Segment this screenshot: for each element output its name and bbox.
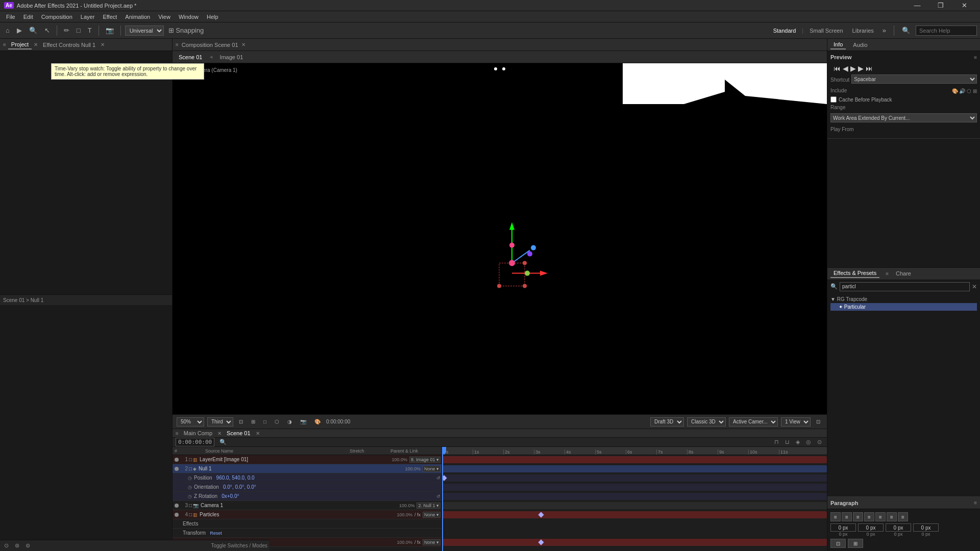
prop-reset-2[interactable]: ↺ xyxy=(436,494,440,499)
titlebar-controls[interactable]: — ❐ ✕ xyxy=(905,0,976,11)
search-button[interactable]: 🔍 xyxy=(27,25,40,36)
align-right-btn[interactable]: ≡ xyxy=(853,512,863,521)
panel-menu-icon[interactable]: ≡ xyxy=(3,42,6,47)
workspace-standard[interactable]: Standard xyxy=(770,27,799,35)
layer-row-3[interactable]: 3 □ 📷 Camera 1 100.0% 2. Null 1 ▾ xyxy=(173,501,442,510)
panel-close-icon[interactable]: ✕ xyxy=(34,42,38,47)
universal-select[interactable]: Universal xyxy=(125,26,164,36)
maximize-button[interactable]: ❐ xyxy=(929,0,952,11)
comp-viewport[interactable]: Active Camera (Camera 1) xyxy=(173,63,827,414)
layer-effects-4[interactable]: Effects xyxy=(173,519,442,529)
view-mode-select[interactable]: Third Full xyxy=(207,417,233,427)
layer-prop-position[interactable]: ◷ Position 960.0, 540.0, 0.0 ↺ xyxy=(173,473,442,483)
zoom-select[interactable]: 50% 100% xyxy=(177,417,204,427)
align-center-btn[interactable]: ≡ xyxy=(842,512,852,521)
justify-left-btn[interactable]: ≡ xyxy=(864,512,874,521)
para-input-2[interactable] xyxy=(858,523,884,532)
layer-transform-4[interactable]: Transform Reset xyxy=(173,529,442,538)
tab-effects-presets[interactable]: Effects & Presets xyxy=(830,269,879,278)
expand-view-btn[interactable]: ⊡ xyxy=(814,417,823,426)
play-stop-btn[interactable]: ▶ xyxy=(850,64,856,72)
layer-prop-orientation[interactable]: ◷ Orientation 0.0°, 0.0°, 0.0° xyxy=(173,483,442,492)
comp-close-icon[interactable]: ✕ xyxy=(241,42,246,47)
play-next-btn[interactable]: ▶ xyxy=(858,64,864,72)
tab-info[interactable]: Info xyxy=(830,40,846,49)
track-bar-4[interactable] xyxy=(442,511,827,518)
project-tab[interactable]: Project xyxy=(8,40,32,49)
justify-right-btn[interactable]: ≡ xyxy=(887,512,897,521)
para-menu[interactable]: ≡ xyxy=(974,500,977,506)
play-prev-btn[interactable]: ◀ xyxy=(843,64,848,72)
search-help-input[interactable] xyxy=(916,26,977,36)
tab-image01[interactable]: Image 01 xyxy=(216,53,246,61)
layer-row-1[interactable]: 1 □ ▥ LayerEmit [Image 01] 100.0% 8. Ima… xyxy=(173,455,442,464)
layer-link-2[interactable]: None ▾ xyxy=(423,466,440,472)
expand-workspaces[interactable]: » xyxy=(880,25,889,36)
current-timecode[interactable]: 0:00:00:00 xyxy=(176,438,214,446)
layer-solo-4[interactable]: □ xyxy=(189,512,192,517)
effect-controls-tab[interactable]: Effect Controls Null 1 xyxy=(40,41,99,49)
menu-composition[interactable]: Composition xyxy=(37,13,77,21)
snapping-button[interactable]: ⊞ Snapping xyxy=(166,25,207,36)
play-first-btn[interactable]: ⏮ xyxy=(834,64,841,72)
workspace-small-screen[interactable]: Small Screen xyxy=(806,27,846,35)
layer-link-5[interactable]: None ▾ xyxy=(423,539,440,545)
tab-audio[interactable]: Audio xyxy=(850,41,870,49)
preview-menu[interactable]: ≡ xyxy=(974,55,977,60)
effects-menu[interactable]: ≡ xyxy=(886,271,889,277)
close-button[interactable]: ✕ xyxy=(952,0,976,11)
grid-btn[interactable]: ⊞ xyxy=(249,417,258,426)
para-snap-btn2[interactable]: ⊞ xyxy=(848,539,863,548)
tl-menu-icon[interactable]: ≡ xyxy=(176,431,179,436)
align-left-btn[interactable]: ≡ xyxy=(830,512,841,521)
menu-view[interactable]: View xyxy=(154,13,175,21)
tl-trim-btn[interactable]: ◈ xyxy=(794,438,802,446)
layer-row-2[interactable]: 2 □ ◆ Null 1 100.0% None ▾ xyxy=(173,464,442,473)
tool-pen[interactable]: ✏ xyxy=(61,25,72,36)
track-bar-3[interactable] xyxy=(442,502,827,509)
stopwatch-orientation[interactable]: ◷ xyxy=(188,485,192,490)
transform-reset-4[interactable]: Reset xyxy=(210,531,222,536)
stopwatch-zrot[interactable]: ◷ xyxy=(188,494,192,499)
menu-edit[interactable]: Edit xyxy=(19,13,37,21)
track-bar-2[interactable] xyxy=(442,465,827,472)
layer-solo-3[interactable]: □ xyxy=(189,503,192,508)
tl-extract-btn[interactable]: ⊔ xyxy=(783,438,792,446)
tab-scene01[interactable]: Scene 01 xyxy=(176,53,205,61)
workspace-libraries[interactable]: Libraries xyxy=(849,27,877,35)
tab-scene01-tl[interactable]: Scene 01 xyxy=(225,429,252,437)
comp-menu-icon[interactable]: ≡ xyxy=(176,42,179,47)
tl-lift-btn[interactable]: ⊓ xyxy=(772,438,781,446)
active-cam-select[interactable]: Active Camer... xyxy=(729,417,778,427)
para-input-3[interactable] xyxy=(886,523,911,532)
snapshot-btn[interactable]: 📷 xyxy=(298,417,309,426)
tool-select[interactable]: ↖ xyxy=(42,25,53,36)
toggle-switches[interactable]: Toggle Switches / Modes xyxy=(211,543,267,548)
tab-chare[interactable]: Chare xyxy=(893,269,914,278)
effects-folder-rg[interactable]: ▼ RG Trapcode xyxy=(830,295,977,303)
layer-solo-2[interactable]: □ xyxy=(189,466,192,471)
effects-search-input[interactable] xyxy=(840,282,970,291)
para-input-4[interactable] xyxy=(913,523,939,532)
layer-row-4[interactable]: 4 □ ▥ Particles 100.0% / fx None ▾ xyxy=(173,510,442,519)
effect-controls-close[interactable]: ✕ xyxy=(101,42,105,47)
prop-zrot-value[interactable]: 0x+0.0° xyxy=(222,493,239,499)
effects-search-close[interactable]: ✕ xyxy=(972,283,977,290)
track-bar-5[interactable] xyxy=(442,539,827,546)
layer-link-3[interactable]: 2. Null 1 ▾ xyxy=(416,503,440,509)
tl-close2[interactable]: ✕ xyxy=(256,431,260,436)
para-input-1[interactable] xyxy=(830,523,856,532)
mask-btn[interactable]: ⬡ xyxy=(272,417,282,426)
justify-all-btn[interactable]: ≡ xyxy=(898,512,908,521)
menu-animation[interactable]: Animation xyxy=(121,13,154,21)
effects-item-particular[interactable]: ✦ Particular xyxy=(830,303,977,311)
menu-layer[interactable]: Layer xyxy=(77,13,99,21)
prop-position-value[interactable]: 960.0, 540.0, 0.0 xyxy=(216,475,255,481)
tl-guide-btn[interactable]: ⊙ xyxy=(815,438,824,446)
prop-orientation-value[interactable]: 0.0°, 0.0°, 0.0° xyxy=(223,484,256,490)
channel-btn[interactable]: 🎨 xyxy=(312,417,323,426)
menu-file[interactable]: File xyxy=(2,13,19,21)
motion-blur-btn[interactable]: ◑ xyxy=(285,417,295,426)
play-last-btn[interactable]: ⏭ xyxy=(866,64,873,72)
layer-link-4[interactable]: None ▾ xyxy=(423,512,440,518)
